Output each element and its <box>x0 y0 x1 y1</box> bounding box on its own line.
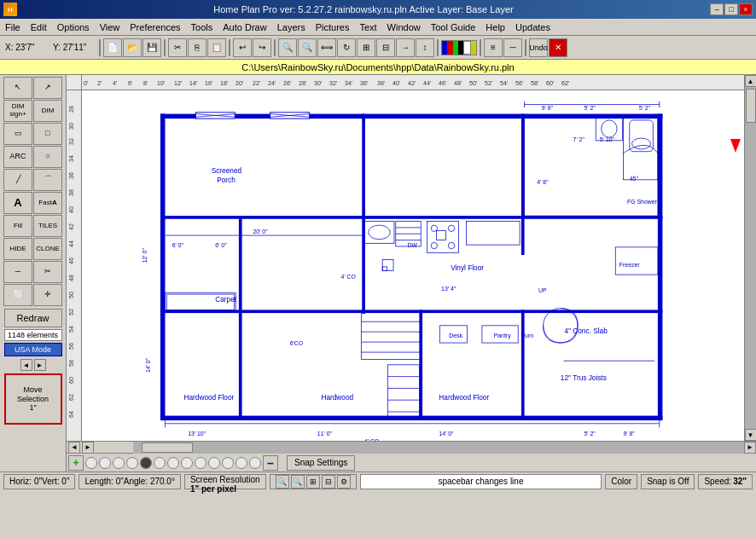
arrow-up-button[interactable]: ↕ <box>416 38 434 57</box>
menu-tools[interactable]: Tools <box>186 19 218 35</box>
redraw-button[interactable]: Redraw <box>4 309 62 327</box>
rect-button[interactable]: □ <box>33 123 62 145</box>
line-style-button[interactable]: ─ <box>503 38 522 57</box>
rect-sel-button[interactable]: ⬜ <box>3 284 32 306</box>
menu-help[interactable]: Help <box>480 19 510 35</box>
line-width-button[interactable]: ≡ <box>484 38 503 57</box>
hscroll-thumb[interactable] <box>142 443 193 453</box>
fast-text-button[interactable]: FastA <box>33 192 62 214</box>
zoom-icon-2[interactable]: 🔍 <box>291 475 305 489</box>
zoom-icon-1[interactable]: 🔍 <box>276 475 289 489</box>
rotate-button[interactable]: ↻ <box>337 38 356 57</box>
menu-tool-guide[interactable]: Tool Guide <box>426 19 481 35</box>
menu-options[interactable]: Options <box>52 19 95 35</box>
scroll-thumb-v[interactable] <box>746 89 756 123</box>
zoom-circle-3[interactable] <box>113 457 125 469</box>
zoom-circle-13[interactable] <box>249 457 261 469</box>
zoom-fit-icon[interactable]: ⊞ <box>306 475 320 489</box>
hscroll-right-button[interactable]: ► <box>82 442 94 454</box>
hscroll-right-end-button[interactable]: ► <box>744 442 756 454</box>
scissors-button[interactable]: ✂ <box>33 261 62 283</box>
svg-text:42': 42' <box>408 80 416 86</box>
line-button[interactable]: ╱ <box>3 169 32 191</box>
zoom-icon-4[interactable]: ⊟ <box>322 475 335 489</box>
new-button[interactable]: 📄 <box>103 38 122 57</box>
zoom-circle-11[interactable] <box>222 457 234 469</box>
fill-button[interactable]: Fill <box>3 215 32 237</box>
text-button[interactable]: A <box>3 192 32 214</box>
zoom-circle-10[interactable] <box>208 457 220 469</box>
menu-window[interactable]: Window <box>382 19 426 35</box>
zoom-circle-7[interactable] <box>167 457 179 469</box>
arc-button[interactable]: ARC <box>3 146 32 168</box>
clone-button[interactable]: CLONE <box>33 238 62 260</box>
redo-button[interactable]: ↪ <box>253 38 271 57</box>
dim2-button[interactable]: DIM <box>33 100 62 122</box>
scroll-up-button[interactable]: ▲ <box>745 75 757 87</box>
nav-left-button[interactable]: ◄ <box>20 359 32 371</box>
label-hardwood-1: Hardwood Floor <box>184 394 235 402</box>
zoom-minus-button[interactable]: – <box>263 455 278 471</box>
polyline-button[interactable]: ⌒ <box>33 169 62 191</box>
close-button[interactable]: × <box>739 3 753 15</box>
svg-text:20': 20' <box>236 80 243 86</box>
menu-edit[interactable]: Edit <box>26 19 52 35</box>
move-tool-button[interactable]: ✛ <box>33 284 62 306</box>
maximize-button[interactable]: □ <box>724 3 738 15</box>
group-button[interactable]: ⊞ <box>357 38 375 57</box>
open-button[interactable]: 📂 <box>123 38 142 57</box>
redo2-button[interactable]: ✕ <box>549 38 567 57</box>
circle-button[interactable]: ○ <box>33 146 62 168</box>
dim-button[interactable]: DIMsign+ <box>3 100 32 122</box>
save-button[interactable]: 💾 <box>142 38 161 57</box>
zoom-circle-4[interactable] <box>126 457 138 469</box>
menu-layers[interactable]: Layers <box>272 19 311 35</box>
drawing-canvas[interactable]: 0' 2' 4' 6' 8' 10' 12' 14' 16' 18' 20' 2… <box>67 75 744 441</box>
menu-preferences[interactable]: Preferences <box>125 19 185 35</box>
minimize-button[interactable]: – <box>710 3 724 15</box>
hscroll-left-button[interactable]: ◄ <box>68 442 80 454</box>
zoom-icon-5[interactable]: ⚙ <box>337 475 351 489</box>
zoom-plus-button[interactable]: + <box>68 455 84 471</box>
menu-view[interactable]: View <box>95 19 125 35</box>
scroll-down-button[interactable]: ▼ <box>745 429 757 441</box>
svg-text:44: 44 <box>68 240 74 247</box>
zoom-circle-5[interactable] <box>140 457 152 469</box>
menu-updates[interactable]: Updates <box>510 19 555 35</box>
color-yellow[interactable] <box>471 41 476 55</box>
zoom-circle-8[interactable] <box>181 457 193 469</box>
pointer-tool-button[interactable]: ↗ <box>33 77 62 99</box>
hide-button[interactable]: HIDE <box>3 238 32 260</box>
menu-pictures[interactable]: Pictures <box>311 19 355 35</box>
paste-button[interactable]: 📋 <box>207 38 226 57</box>
tiles-button[interactable]: TILES <box>33 215 62 237</box>
zoom-circle-1[interactable] <box>85 457 97 469</box>
cut-button[interactable]: ✂ <box>168 38 187 57</box>
status-color-btn[interactable]: Color <box>605 474 637 489</box>
color-palette[interactable] <box>441 40 477 55</box>
zoom-in-tb-button[interactable]: 🔍 <box>278 38 297 57</box>
wall-button[interactable]: ▭ <box>3 123 32 145</box>
copy-button[interactable]: ⎘ <box>188 38 206 57</box>
ungroup-button[interactable]: ⊟ <box>376 38 395 57</box>
nav-right-button[interactable]: ► <box>34 359 46 371</box>
menu-auto-draw[interactable]: Auto Draw <box>218 19 271 35</box>
zoom-circle-2[interactable] <box>99 457 111 469</box>
zoom-out-tb-button[interactable]: 🔍 <box>298 38 317 57</box>
undo-button[interactable]: ↩ <box>233 38 252 57</box>
undo2-button[interactable]: Undo <box>529 38 548 57</box>
zoom-circle-12[interactable] <box>236 457 247 469</box>
zoom-circle-9[interactable] <box>195 457 206 469</box>
select-tool-button[interactable]: ↖ <box>3 77 32 99</box>
arrow-right-button[interactable]: → <box>396 38 415 57</box>
eraser-button[interactable]: ─ <box>3 261 32 283</box>
hscroll-track[interactable] <box>133 442 744 454</box>
menu-file[interactable]: File <box>0 19 26 35</box>
menu-text[interactable]: Text <box>354 19 381 35</box>
zoom-circle-6[interactable] <box>154 457 166 469</box>
scroll-arrow-down[interactable] <box>730 139 741 153</box>
scroll-track-v[interactable] <box>745 87 757 429</box>
snap-settings-button[interactable]: Snap Settings <box>287 455 355 471</box>
color-white[interactable] <box>463 41 470 55</box>
flip-h-button[interactable]: ⟺ <box>317 38 336 57</box>
